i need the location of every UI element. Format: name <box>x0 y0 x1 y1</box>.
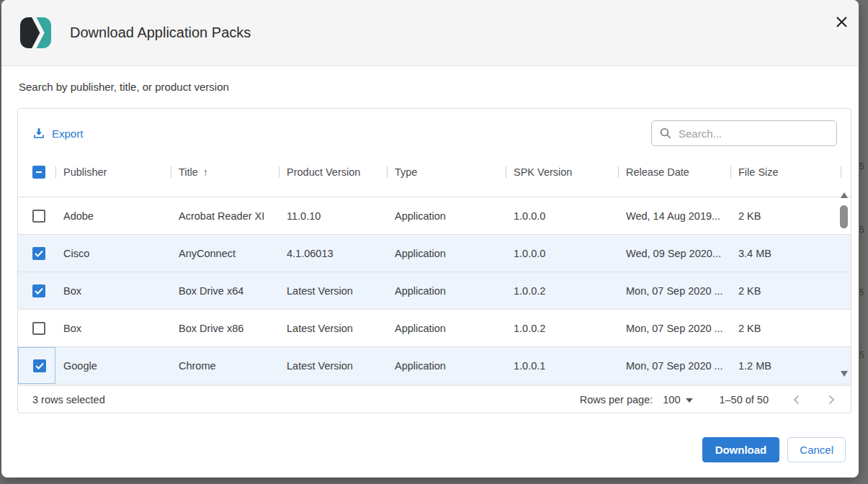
table-row-google-chrome[interactable]: Google Chrome Latest Version Application… <box>18 347 851 385</box>
rows-selected-count: 3 rows selected <box>32 394 105 405</box>
cancel-button[interactable]: Cancel <box>787 437 846 462</box>
dialog-body: Search by publisher, title, or product v… <box>1 66 859 462</box>
application-packs-table-panel: Export <box>17 108 851 413</box>
download-tray-icon <box>32 127 45 140</box>
dialog-actions: Download Cancel <box>17 413 851 462</box>
rows-per-page-value: 100 <box>663 394 680 405</box>
export-button[interactable]: Export <box>32 127 83 140</box>
rows-per-page-select[interactable]: 100 <box>663 394 693 405</box>
check-icon <box>35 287 43 295</box>
table-row-box-x86[interactable]: Box Box Drive x86 Latest Version Applica… <box>18 310 851 347</box>
column-header-title[interactable]: Title↑ <box>171 158 279 187</box>
screen: 5 5 5 5 Download Application Packs Searc… <box>0 0 868 484</box>
close-button[interactable] <box>833 13 850 30</box>
row-checkbox[interactable] <box>32 284 45 297</box>
sort-ascending-icon: ↑ <box>203 166 208 178</box>
background-page-text: 5 <box>859 287 864 297</box>
partially-scrolled-row <box>18 187 851 197</box>
column-divider <box>506 166 506 178</box>
column-header-type[interactable]: Type <box>387 158 506 187</box>
column-header-product-version[interactable]: Product Version <box>279 158 387 187</box>
column-header-spk-version[interactable]: SPK Version <box>506 158 618 187</box>
rows-per-page-label: Rows per page: <box>580 394 653 405</box>
row-checkbox[interactable] <box>32 247 45 260</box>
column-header-release-date[interactable]: Release Date <box>618 158 730 187</box>
table-toolbar: Export <box>18 109 851 158</box>
column-divider <box>618 166 619 178</box>
row-checkbox[interactable] <box>33 359 46 372</box>
background-page-text: 5 <box>859 350 864 360</box>
previous-page-button[interactable] <box>790 393 803 406</box>
download-button[interactable]: Download <box>702 437 780 462</box>
table-row-adobe[interactable]: Adobe Acrobat Reader XI 11.0.10 Applicat… <box>18 197 851 235</box>
column-divider <box>279 166 279 178</box>
next-page-button[interactable] <box>825 393 838 406</box>
vertical-scrollbar[interactable] <box>840 188 849 382</box>
column-header-file-size[interactable]: File Size <box>730 158 841 187</box>
column-header-publisher[interactable]: Publisher <box>55 158 171 187</box>
search-input[interactable] <box>679 127 829 140</box>
search-box <box>651 120 837 146</box>
indeterminate-icon <box>35 169 42 176</box>
column-divider <box>841 166 841 178</box>
dialog-header: Download Application Packs <box>1 0 859 66</box>
focused-checkbox-cell <box>18 347 55 384</box>
search-hint-text: Search by publisher, title, or product v… <box>17 81 851 93</box>
background-page-text: 5 <box>859 225 864 235</box>
chevron-right-icon <box>825 393 838 406</box>
close-icon <box>836 16 848 28</box>
row-checkbox[interactable] <box>32 322 45 335</box>
column-divider <box>55 166 56 178</box>
column-divider <box>387 166 388 178</box>
dropdown-caret-icon <box>686 398 693 403</box>
column-divider <box>171 166 171 178</box>
scrollbar-thumb[interactable] <box>840 205 848 228</box>
background-page-text: 5 <box>859 161 864 171</box>
dialog-title: Download Application Packs <box>70 24 251 41</box>
check-icon <box>35 250 43 257</box>
export-button-label: Export <box>52 127 83 140</box>
table-body: Adobe Acrobat Reader XI 11.0.10 Applicat… <box>18 187 851 385</box>
table-header-row: Publisher Title↑ Product Version Type SP… <box>18 158 851 187</box>
scroll-up-icon[interactable] <box>841 192 848 198</box>
scroll-down-icon[interactable] <box>841 371 848 377</box>
search-icon <box>659 127 672 140</box>
app-logo-icon <box>19 16 53 50</box>
table-footer: 3 rows selected Rows per page: 100 1–50 … <box>18 385 851 413</box>
check-icon <box>35 362 44 369</box>
chevron-left-icon <box>790 393 803 406</box>
download-application-packs-dialog: Download Application Packs Search by pub… <box>1 0 859 478</box>
column-divider <box>730 166 731 178</box>
select-all-checkbox[interactable] <box>32 166 45 179</box>
pagination-range: 1–50 of 50 <box>719 394 769 405</box>
row-checkbox[interactable] <box>32 210 45 223</box>
table-row-box-x64[interactable]: Box Box Drive x64 Latest Version Applica… <box>18 272 851 310</box>
table-row-cisco[interactable]: Cisco AnyConnect 4.1.06013 Application 1… <box>18 235 851 272</box>
